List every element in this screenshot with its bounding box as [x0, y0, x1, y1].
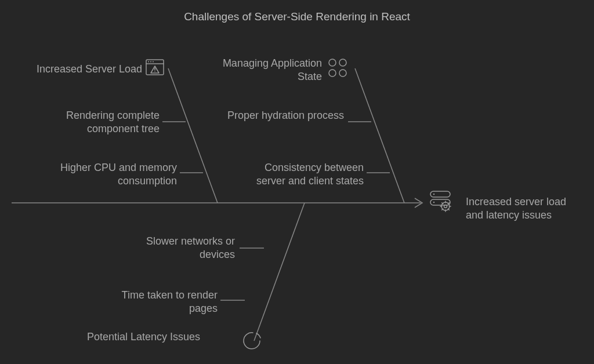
svg-line-4 — [355, 68, 404, 203]
fishbone-diagram — [0, 0, 594, 364]
four-circles-icon — [329, 59, 346, 77]
svg-point-17 — [329, 59, 336, 66]
svg-point-18 — [339, 59, 346, 66]
svg-line-1 — [168, 68, 218, 203]
svg-point-16 — [154, 71, 155, 72]
svg-point-13 — [150, 61, 151, 63]
svg-point-23 — [433, 194, 434, 195]
svg-point-14 — [153, 61, 154, 63]
svg-point-24 — [433, 202, 434, 203]
broken-circle-icon — [244, 333, 260, 349]
svg-point-12 — [148, 61, 149, 63]
svg-point-19 — [329, 70, 336, 77]
svg-point-26 — [444, 205, 447, 208]
svg-line-7 — [254, 203, 305, 341]
svg-point-20 — [339, 70, 346, 77]
server-gear-icon — [430, 191, 451, 212]
browser-warning-icon — [146, 60, 164, 75]
